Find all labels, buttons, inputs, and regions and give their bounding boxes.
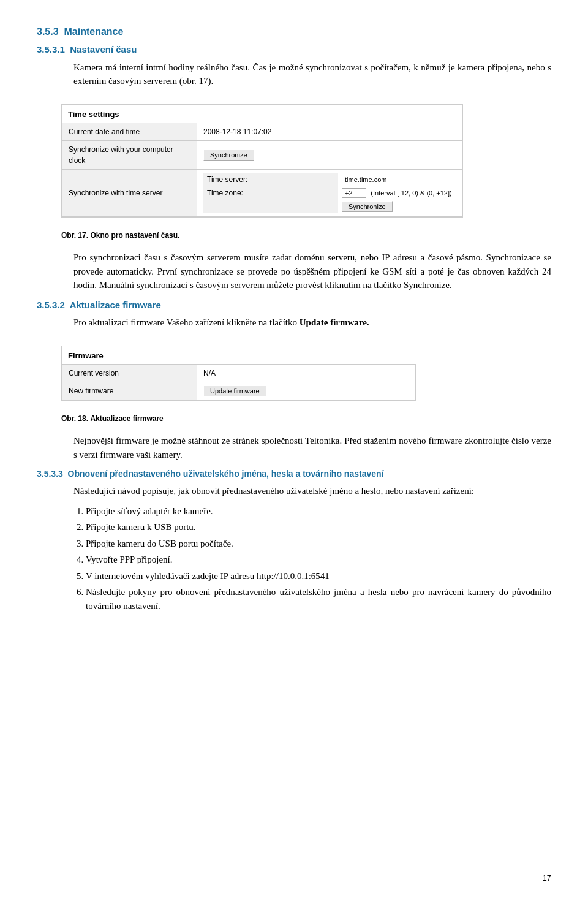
table-row: Synchronize with time server Time server… (62, 170, 462, 217)
section-3532-heading: 3.5.3.2 Aktualizace firmware (37, 298, 551, 313)
firmware-settings-table: Current version N/A New firmware Update … (62, 364, 416, 400)
list-item: Vytvořte PPP připojení. (86, 553, 551, 567)
sync-server-button[interactable]: Synchronize (342, 201, 393, 212)
steps-list: Připojte síťový adaptér ke kameře. Připo… (86, 504, 551, 613)
current-version-label: Current version (62, 365, 197, 382)
new-firmware-label: New firmware (62, 382, 197, 400)
firmware-settings-title: Firmware (62, 346, 416, 365)
time-server-label: Time server: (203, 173, 338, 186)
table-row: Synchronize with your computer clock Syn… (62, 141, 462, 170)
update-firmware-button[interactable]: Update firmware (203, 385, 266, 396)
sync-server-btn-spacer (203, 200, 338, 213)
time-server-input-cell (338, 173, 456, 186)
current-version-value: N/A (197, 365, 416, 382)
sync-server-label: Synchronize with time server (62, 170, 197, 217)
table-row: Synchronize (203, 200, 456, 213)
time-settings-title: Time settings (62, 105, 462, 123)
sync-computer-cell: Synchronize (197, 141, 462, 170)
table-row: Current date and time 2008-12-18 11:07:0… (62, 123, 462, 141)
firmware-settings-box: Firmware Current version N/A New firmwar… (37, 336, 551, 411)
caption-obr18: Obr. 18. Aktualizace firmware (61, 413, 551, 424)
section-353-heading: 3.5.3 Maintenance (37, 25, 551, 39)
section-3533-heading: 3.5.3.3 Obnovení přednastaveného uživate… (37, 468, 551, 480)
time-zone-cell: (Interval [-12, 0) & (0, +12]) (338, 186, 456, 200)
para-5: Následující návod popisuje, jak obnovit … (74, 484, 551, 498)
current-date-value: 2008-12-18 11:07:02 (197, 123, 462, 141)
sync-server-btn-cell: Synchronize (338, 200, 456, 213)
list-item: Připojte kameru k USB portu. (86, 520, 551, 534)
time-zone-label: Time zone: (203, 186, 338, 200)
time-zone-input[interactable] (342, 188, 366, 198)
table-row: New firmware Update firmware (62, 382, 416, 400)
time-settings-table: Current date and time 2008-12-18 11:07:0… (62, 123, 462, 217)
time-server-inner-table: Time server: Time zone: (Interval [-12, … (203, 173, 456, 213)
list-item: Připojte kameru do USB portu počítače. (86, 537, 551, 551)
list-item: Následujte pokyny pro obnovení přednasta… (86, 585, 551, 613)
section-3531-heading: 3.5.3.1 Nastavení času (37, 43, 551, 57)
para-1: Kamera má interní intrní hodiny reálného… (74, 61, 551, 88)
caption-obr17: Obr. 17. Okno pro nastavení času. (61, 230, 551, 241)
para-2: Pro synchronizaci času s časovým servere… (74, 251, 551, 292)
para-4: Nejnovější firmware je možné stáhnout ze… (74, 434, 551, 461)
para-3: Pro aktualizaci firmware Vašeho zařízení… (74, 316, 551, 330)
time-zone-extra: (Interval [-12, 0) & (0, +12]) (371, 189, 451, 197)
new-firmware-cell: Update firmware (197, 382, 416, 400)
table-row: Time zone: (Interval [-12, 0) & (0, +12]… (203, 186, 456, 200)
current-date-label: Current date and time (62, 123, 197, 141)
time-server-input[interactable] (342, 175, 421, 184)
sync-server-cell: Time server: Time zone: (Interval [-12, … (197, 170, 462, 217)
list-item: V internetovém vyhledávači zadejte IP ad… (86, 569, 551, 583)
sync-computer-button[interactable]: Synchronize (203, 150, 254, 161)
table-row: Current version N/A (62, 365, 416, 382)
time-settings-box: Time settings Current date and time 2008… (37, 94, 551, 228)
table-row: Time server: (203, 173, 456, 186)
sync-computer-label: Synchronize with your computer clock (62, 141, 197, 170)
list-item: Připojte síťový adaptér ke kameře. (86, 504, 551, 518)
